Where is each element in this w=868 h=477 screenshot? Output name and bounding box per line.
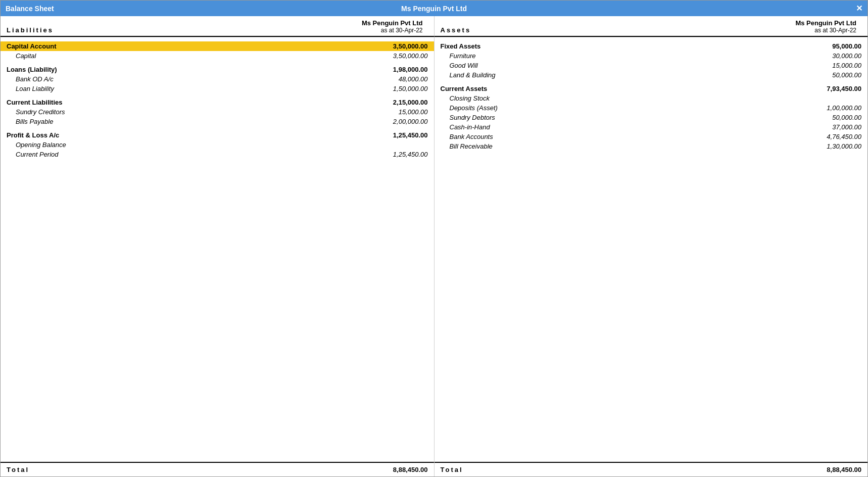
loans-label: Loans (Liability) (7, 66, 362, 73)
current-period-amount: 1,25,450.00 (362, 151, 428, 158)
title-company: Ms Penguin Pvt Ltd (401, 5, 467, 13)
capital-account-row[interactable]: Capital Account 3,50,000.00 (1, 41, 434, 51)
assets-total-label: Total (441, 466, 796, 473)
capital-account-label: Capital Account (7, 42, 362, 50)
closing-stock-row[interactable]: Closing Stock (435, 93, 868, 103)
liabilities-date: as at 30-Apr-22 (362, 27, 423, 34)
loan-liability-label: Loan Liability (16, 85, 362, 92)
sundry-creditors-amount: 15,000.00 (362, 108, 428, 116)
loan-liability-amount: 1,50,000.00 (362, 85, 428, 92)
cash-in-hand-amount: 37,000.00 (796, 123, 861, 131)
loans-row[interactable]: Loans (Liability) 1,98,000.00 (1, 65, 434, 74)
sundry-debtors-row[interactable]: Sundry Debtors 50,000.00 (435, 113, 868, 122)
furniture-amount: 30,000.00 (796, 52, 861, 60)
bills-payable-amount: 2,00,000.00 (362, 118, 428, 125)
goodwill-label: Good Will (450, 62, 796, 69)
bank-od-amount: 48,000.00 (362, 75, 428, 83)
fixed-assets-label: Fixed Assets (441, 42, 796, 50)
assets-total-amount: 8,88,450.00 (796, 466, 861, 473)
bills-payable-label: Bills Payable (16, 118, 362, 125)
furniture-label: Furniture (450, 52, 796, 60)
capital-item-row[interactable]: Capital 3,50,000.00 (1, 51, 434, 61)
deposits-label: Deposits (Asset) (450, 104, 796, 112)
closing-stock-label: Closing Stock (450, 94, 796, 102)
profit-loss-row[interactable]: Profit & Loss A/c 1,25,450.00 (1, 130, 434, 140)
current-liabilities-row[interactable]: Current Liabilities 2,15,000.00 (1, 98, 434, 107)
close-button[interactable]: ✕ (856, 4, 862, 13)
cash-in-hand-row[interactable]: Cash-in-Hand 37,000.00 (435, 122, 868, 132)
capital-account-total: 3,50,000.00 (362, 42, 428, 50)
current-assets-label: Current Assets (441, 85, 796, 92)
liabilities-company: Ms Penguin Pvt Ltd (362, 19, 423, 27)
sundry-debtors-amount: 50,000.00 (796, 114, 861, 121)
capital-item-label: Capital (16, 52, 362, 60)
bill-receivable-label: Bill Receivable (450, 142, 796, 150)
land-building-label: Land & Building (450, 71, 796, 79)
assets-header: Assets Ms Penguin Pvt Ltd as at 30-Apr-2… (435, 16, 868, 37)
assets-content: Fixed Assets 95,000.00 Furniture 30,000.… (435, 37, 868, 250)
liabilities-total-amount: 8,88,450.00 (362, 466, 428, 473)
liabilities-header: Liabilities Ms Penguin Pvt Ltd as at 30-… (1, 16, 435, 37)
land-building-amount: 50,000.00 (796, 71, 861, 79)
current-liabilities-total: 2,15,000.00 (362, 99, 428, 106)
bills-payable-row[interactable]: Bills Payable 2,00,000.00 (1, 117, 434, 126)
liabilities-total-bar: Total 8,88,450.00 (1, 462, 434, 476)
sundry-creditors-label: Sundry Creditors (16, 108, 362, 116)
bank-accounts-row[interactable]: Bank Accounts 4,76,450.00 (435, 132, 868, 141)
furniture-row[interactable]: Furniture 30,000.00 (435, 51, 868, 61)
sheet-header: Liabilities Ms Penguin Pvt Ltd as at 30-… (1, 16, 867, 37)
opening-balance-label: Opening Balance (16, 141, 362, 149)
capital-item-amount: 3,50,000.00 (362, 52, 428, 60)
loan-liability-row[interactable]: Loan Liability 1,50,000.00 (1, 84, 434, 93)
assets-date: as at 30-Apr-22 (795, 27, 856, 34)
bank-accounts-amount: 4,76,450.00 (796, 133, 861, 140)
fixed-assets-total: 95,000.00 (796, 42, 861, 50)
bank-od-label: Bank OD A/c (16, 75, 362, 83)
goodwill-row[interactable]: Good Will 15,000.00 (435, 61, 868, 70)
window-title: Balance Sheet (6, 5, 54, 13)
cash-in-hand-label: Cash-in-Hand (450, 123, 796, 131)
deposits-row[interactable]: Deposits (Asset) 1,00,000.00 (435, 103, 868, 113)
bank-accounts-label: Bank Accounts (450, 133, 796, 140)
liabilities-total-label: Total (7, 466, 362, 473)
liabilities-content: Capital Account 3,50,000.00 Capital 3,50… (1, 37, 434, 250)
bill-receivable-row[interactable]: Bill Receivable 1,30,000.00 (435, 141, 868, 151)
current-period-row[interactable]: Current Period 1,25,450.00 (1, 150, 434, 159)
fixed-assets-row[interactable]: Fixed Assets 95,000.00 (435, 41, 868, 51)
assets-total-bar: Total 8,88,450.00 (435, 462, 868, 476)
balance-sheet-window: Balance Sheet Ms Penguin Pvt Ltd ✕ Liabi… (0, 0, 868, 477)
assets-company: Ms Penguin Pvt Ltd (795, 19, 856, 27)
current-period-label: Current Period (16, 151, 362, 158)
assets-title: Assets (441, 26, 796, 34)
assets-panel: Fixed Assets 95,000.00 Furniture 30,000.… (435, 37, 868, 476)
opening-balance-row[interactable]: Opening Balance (1, 140, 434, 150)
sundry-creditors-row[interactable]: Sundry Creditors 15,000.00 (1, 107, 434, 117)
loans-total: 1,98,000.00 (362, 66, 428, 73)
profit-loss-total: 1,25,450.00 (362, 131, 428, 139)
liabilities-title: Liabilities (7, 26, 362, 34)
liabilities-panel: Capital Account 3,50,000.00 Capital 3,50… (1, 37, 435, 476)
goodwill-amount: 15,000.00 (796, 62, 861, 69)
deposits-amount: 1,00,000.00 (796, 104, 861, 112)
profit-loss-label: Profit & Loss A/c (7, 131, 362, 139)
bank-od-row[interactable]: Bank OD A/c 48,000.00 (1, 74, 434, 84)
bill-receivable-amount: 1,30,000.00 (796, 142, 861, 150)
land-building-row[interactable]: Land & Building 50,000.00 (435, 70, 868, 80)
current-assets-row[interactable]: Current Assets 7,93,450.00 (435, 84, 868, 93)
content-area: Capital Account 3,50,000.00 Capital 3,50… (1, 37, 867, 476)
current-assets-total: 7,93,450.00 (796, 85, 861, 92)
sundry-debtors-label: Sundry Debtors (450, 114, 796, 121)
current-liabilities-label: Current Liabilities (7, 99, 362, 106)
title-bar: Balance Sheet Ms Penguin Pvt Ltd ✕ (1, 1, 867, 16)
